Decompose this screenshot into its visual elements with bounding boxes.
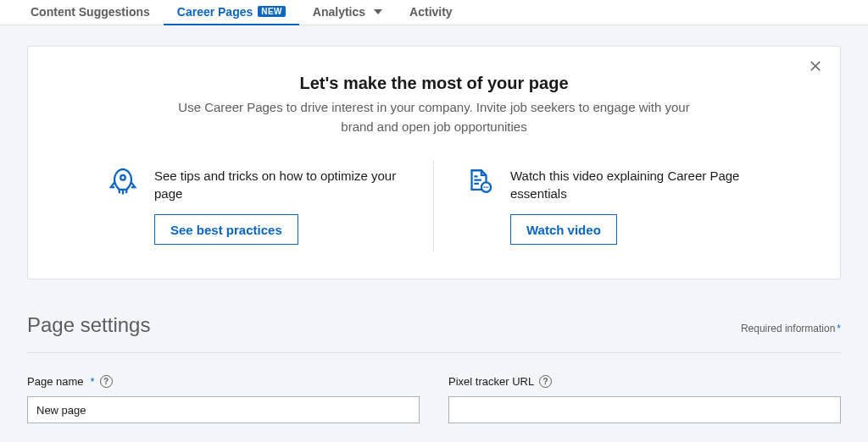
tab-label: Activity (409, 5, 453, 19)
see-best-practices-button[interactable]: See best practices (154, 214, 298, 245)
tab-label: Content Suggestions (31, 5, 150, 19)
field-label: Pixel tracker URL ? (448, 375, 841, 388)
field-label: Page name* ? (27, 375, 420, 388)
svg-point-2 (484, 186, 486, 188)
document-chat-icon (465, 167, 493, 198)
divider (27, 352, 841, 353)
tab-label: Analytics (313, 5, 365, 19)
pixel-tracker-input[interactable] (448, 396, 841, 423)
tab-career-pages[interactable]: Career Pages NEW (164, 0, 299, 25)
close-icon (808, 58, 823, 74)
label-text: Pixel tracker URL (448, 375, 534, 388)
card-subtitle: Use Career Pages to drive interest in yo… (163, 98, 705, 136)
action-best-practices: See tips and tricks on how to optimize y… (78, 160, 434, 251)
required-information-label: Required information* (741, 323, 841, 334)
nav-tabs: Content Suggestions Career Pages NEW Ana… (0, 0, 868, 25)
rocket-icon (108, 167, 137, 198)
chevron-down-icon (374, 9, 382, 14)
action-watch-video: Watch this video explaining Career Page … (434, 160, 790, 251)
asterisk: * (91, 375, 95, 388)
form-row: Page name* ? Pixel tracker URL ? (27, 375, 841, 423)
action-text: Watch this video explaining Career Page … (510, 167, 760, 245)
action-desc: See tips and tricks on how to optimize y… (154, 167, 403, 202)
field-pixel-tracker: Pixel tracker URL ? (448, 375, 841, 423)
tab-analytics[interactable]: Analytics (299, 0, 396, 25)
tab-label: Career Pages (177, 5, 253, 19)
new-badge: NEW (258, 6, 286, 17)
svg-point-3 (486, 186, 487, 188)
svg-point-4 (487, 186, 489, 188)
page-settings-title: Page settings (27, 313, 150, 337)
card-title: Let's make the most of your page (62, 74, 806, 93)
action-desc: Watch this video explaining Career Page … (510, 167, 760, 202)
help-icon[interactable]: ? (539, 375, 552, 388)
close-button[interactable] (808, 58, 828, 79)
card-actions: See tips and tricks on how to optimize y… (62, 160, 806, 251)
page-name-input[interactable] (27, 396, 420, 423)
help-icon[interactable]: ? (100, 375, 113, 388)
card-header: Let's make the most of your page Use Car… (62, 74, 806, 136)
label-text: Page name (27, 375, 84, 388)
tab-activity[interactable]: Activity (396, 0, 466, 25)
intro-card: Let's make the most of your page Use Car… (27, 46, 841, 279)
page-content: Let's make the most of your page Use Car… (0, 25, 868, 423)
action-text: See tips and tricks on how to optimize y… (154, 167, 403, 245)
tab-content-suggestions[interactable]: Content Suggestions (17, 0, 164, 25)
asterisk: * (837, 323, 841, 334)
watch-video-button[interactable]: Watch video (510, 214, 617, 245)
field-page-name: Page name* ? (27, 375, 420, 423)
svg-point-0 (120, 175, 125, 180)
section-header: Page settings Required information* (27, 313, 841, 337)
required-text: Required information (741, 323, 835, 334)
